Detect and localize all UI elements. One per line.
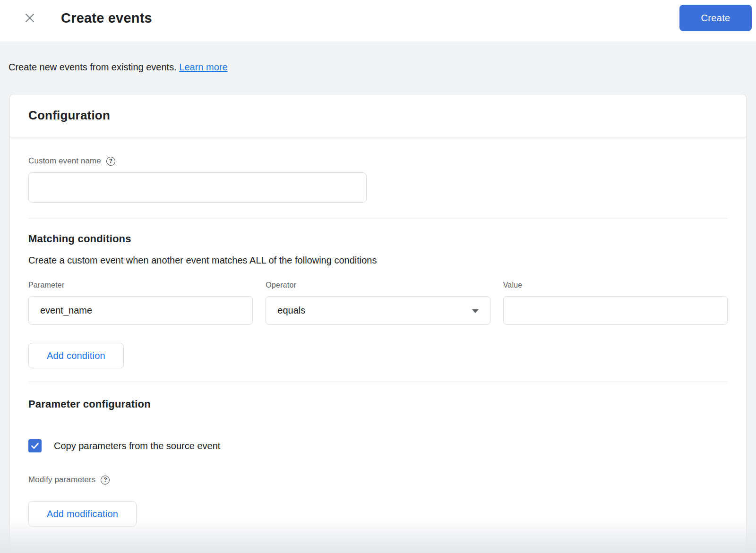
configuration-card: Configuration Custom event name ? Matchi… (9, 94, 747, 553)
parameter-label: Parameter (28, 281, 253, 289)
copy-parameters-checkbox-row[interactable]: Copy parameters from the source event (28, 439, 728, 452)
create-button[interactable]: Create (679, 5, 752, 31)
parameter-configuration-title: Parameter configuration (28, 398, 728, 410)
copy-parameters-label: Copy parameters from the source event (54, 441, 220, 451)
add-condition-button[interactable]: Add condition (28, 343, 124, 368)
divider (28, 219, 728, 219)
divider (10, 137, 746, 137)
intro-sentence: Create new events from existing events. (9, 62, 177, 72)
card-header: Configuration (10, 94, 746, 137)
parameter-value: event_name (40, 305, 92, 316)
matching-conditions-title: Matching conditions (28, 233, 728, 245)
value-label: Value (503, 281, 728, 289)
close-icon[interactable] (25, 13, 35, 23)
close-icon-glyph (25, 13, 35, 23)
page-title: Create events (61, 10, 679, 26)
chevron-down-icon (472, 309, 479, 313)
top-app-bar: Create events Create (0, 0, 756, 42)
operator-label: Operator (266, 281, 490, 289)
custom-event-name-label-row: Custom event name ? (28, 156, 728, 166)
operator-select[interactable]: equals (266, 296, 490, 325)
checkmark-icon (30, 441, 40, 451)
help-icon[interactable]: ? (106, 157, 115, 166)
parameter-select[interactable]: event_name (28, 296, 253, 325)
value-column: Value (503, 281, 728, 325)
matching-conditions-description: Create a custom event when another event… (28, 255, 728, 266)
parameter-column: Parameter event_name (28, 281, 253, 325)
add-modification-button[interactable]: Add modification (28, 501, 137, 527)
help-icon[interactable]: ? (101, 476, 110, 485)
operator-value: equals (277, 305, 305, 316)
custom-event-name-label: Custom event name (28, 156, 101, 166)
card-title: Configuration (28, 108, 728, 123)
card-body: Custom event name ? Matching conditions … (10, 156, 746, 527)
modify-parameters-label: Modify parameters (28, 475, 95, 485)
value-input[interactable] (503, 296, 728, 325)
intro-text: Create new events from existing events. … (0, 42, 756, 73)
condition-row: Parameter event_name Operator equals Val… (28, 281, 728, 325)
operator-column: Operator equals (266, 281, 490, 325)
modify-parameters-label-row: Modify parameters ? (28, 475, 728, 485)
custom-event-name-input[interactable] (28, 172, 367, 203)
divider (28, 382, 728, 382)
learn-more-link[interactable]: Learn more (179, 62, 227, 72)
copy-parameters-checkbox[interactable] (28, 439, 42, 452)
